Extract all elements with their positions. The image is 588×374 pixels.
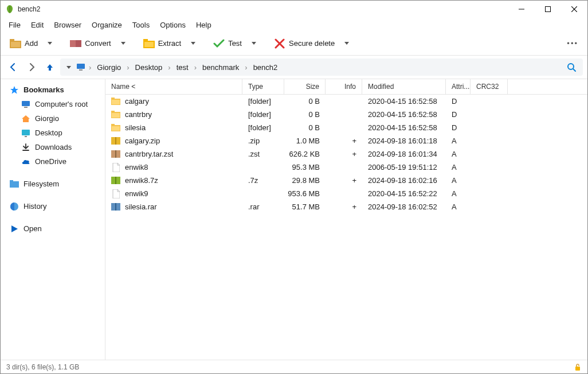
extract-icon [143, 38, 155, 49]
cell-type: .7z [242, 174, 284, 187]
cell-name: calgary.zip [125, 137, 160, 145]
close-button[interactable] [561, 1, 587, 18]
header-attributes[interactable]: Attri... [446, 79, 471, 94]
minimize-button[interactable] [508, 1, 535, 18]
sidebar-bookmarks[interactable]: Bookmarks [1, 83, 105, 97]
table-row[interactable]: cantrbry[folder]0 B2020-04-15 16:52:58D [105, 108, 587, 121]
secure-delete-label: Secure delete [289, 39, 335, 48]
file-type-icon [111, 150, 120, 159]
sidebar-item-label: Open [23, 224, 42, 233]
header-crc32[interactable]: CRC32 [471, 79, 508, 94]
toolbar: Add Convert Extract Test Secure delete •… [1, 32, 587, 56]
table-row[interactable]: enwik895.3 MB2006-05-19 19:51:12A [105, 161, 587, 174]
overflow-button[interactable]: ••• [562, 34, 583, 53]
sidebar-item-label: History [23, 202, 46, 211]
sidebar-item-label: Bookmarks [23, 85, 64, 94]
menu-help[interactable]: Help [191, 19, 216, 31]
menu-tools[interactable]: Tools [128, 19, 154, 31]
extract-button[interactable]: Extract [139, 34, 186, 53]
svg-rect-19 [24, 107, 28, 108]
cell-info: + [326, 174, 362, 187]
monitor-icon [76, 63, 85, 72]
crumb-1[interactable]: Desktop [133, 62, 165, 73]
cell-modified: 2020-04-15 16:52:22 [362, 187, 446, 200]
menu-browser[interactable]: Browser [49, 19, 86, 31]
cell-modified: 2024-09-18 16:01:18 [362, 134, 446, 147]
table-row[interactable]: enwik8.7z.7z29.8 MB+2024-09-18 16:02:16A [105, 174, 587, 187]
cell-info [326, 95, 362, 108]
crumb-0[interactable]: Giorgio [95, 62, 123, 73]
svg-rect-43 [575, 367, 580, 371]
file-type-icon [111, 176, 120, 185]
svg-rect-15 [79, 69, 83, 71]
cell-attributes: D [446, 95, 471, 108]
back-button[interactable] [5, 59, 21, 75]
secure-delete-button[interactable]: Secure delete [269, 34, 339, 53]
cell-size: 0 B [284, 108, 326, 121]
desktop-icon [21, 128, 30, 138]
secure-delete-dropdown[interactable] [342, 34, 352, 53]
status-text: 3 dir(s), 6 file(s), 1.1 GB [6, 363, 79, 371]
cell-name: enwik8.7z [125, 176, 158, 185]
cell-size: 1.0 MB [284, 134, 326, 147]
menu-edit[interactable]: Edit [26, 19, 48, 31]
menu-options[interactable]: Options [155, 19, 190, 31]
header-name[interactable]: Name < [105, 79, 242, 94]
sidebar-item-computers-root[interactable]: Computer's root [1, 97, 105, 111]
table-row[interactable]: calgary.zip.zip1.0 MB+2024-09-18 16:01:1… [105, 134, 587, 147]
table-row[interactable]: silesia[folder]0 B2020-04-15 16:52:58D [105, 121, 587, 134]
test-dropdown[interactable] [249, 34, 259, 53]
sidebar-item-desktop[interactable]: Desktop [1, 126, 105, 140]
crumb-3[interactable]: benchmark [200, 62, 241, 73]
add-dropdown[interactable] [45, 34, 55, 53]
sidebar-item-label: Computer's root [35, 100, 88, 108]
cell-type: .rar [242, 200, 284, 213]
cell-size: 51.7 MB [284, 200, 326, 213]
cell-info [326, 187, 362, 200]
cell-crc32 [471, 200, 508, 213]
extract-label: Extract [158, 39, 181, 48]
cell-crc32 [471, 108, 508, 121]
statusbar: 3 dir(s), 6 file(s), 1.1 GB [1, 360, 587, 373]
sidebar-filesystem[interactable]: Filesystem [1, 177, 105, 191]
search-button[interactable] [563, 59, 579, 75]
menu-organize[interactable]: Organize [87, 19, 127, 31]
menu-file[interactable]: File [4, 19, 25, 31]
test-button[interactable]: Test [209, 34, 246, 53]
svg-rect-30 [111, 111, 115, 113]
crumb-4[interactable]: bench2 [251, 62, 280, 73]
breadcrumb-dropdown[interactable] [64, 61, 74, 73]
forward-button[interactable] [23, 59, 40, 75]
header-size[interactable]: Size [284, 79, 326, 94]
cell-info [326, 121, 362, 134]
header-modified[interactable]: Modified [362, 79, 446, 94]
add-button[interactable]: Add [5, 34, 42, 53]
table-row[interactable]: enwik9953.6 MB2020-04-15 16:52:22A [105, 187, 587, 200]
maximize-button[interactable] [535, 1, 561, 18]
extract-dropdown[interactable] [188, 34, 198, 53]
header-type[interactable]: Type [242, 79, 284, 94]
svg-rect-10 [143, 39, 148, 42]
cell-crc32 [471, 95, 508, 108]
breadcrumb: › Giorgio › Desktop › test › benchmark ›… [60, 59, 583, 76]
add-icon [10, 38, 21, 49]
up-button[interactable] [42, 59, 58, 75]
cell-crc32 [471, 121, 508, 134]
table-row[interactable]: silesia.rar.rar51.7 MB+2024-09-18 16:02:… [105, 200, 587, 213]
sidebar-item-onedrive[interactable]: OneDrive [1, 154, 105, 169]
sidebar-history[interactable]: History [1, 199, 105, 213]
crumb-2[interactable]: test [174, 62, 191, 73]
sidebar-item-downloads[interactable]: Downloads [1, 140, 105, 154]
file-type-icon [111, 163, 120, 172]
sidebar-item-giorgio[interactable]: Giorgio [1, 111, 105, 126]
svg-rect-5 [10, 39, 14, 42]
svg-rect-38 [115, 150, 116, 158]
header-info[interactable]: Info [326, 79, 362, 94]
sidebar-open[interactable]: Open [1, 221, 105, 236]
table-row[interactable]: calgary[folder]0 B2020-04-15 16:52:58D [105, 95, 587, 108]
convert-dropdown[interactable] [118, 34, 128, 53]
table-row[interactable]: cantrbry.tar.zst.zst626.2 KB+2024-09-18 … [105, 147, 587, 161]
cell-attributes: A [446, 147, 471, 161]
download-icon [21, 143, 30, 152]
convert-button[interactable]: Convert [65, 34, 116, 53]
